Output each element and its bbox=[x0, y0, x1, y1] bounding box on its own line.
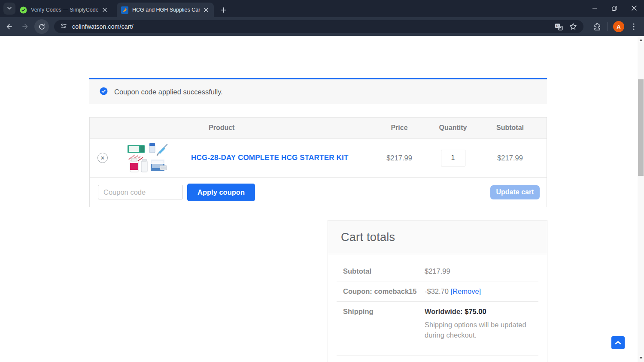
menu-dots-icon[interactable] bbox=[628, 21, 640, 33]
product-name-link[interactable]: HCG-28-DAY COMPLETE HCG STARTER KIT bbox=[180, 154, 349, 162]
cart-table: Product Price Quantity Subtotal ✕ bbox=[89, 117, 547, 207]
subtotal-value: $217.99 bbox=[425, 267, 538, 275]
coupon-discount-value: -$32.70 bbox=[425, 287, 449, 295]
page-scrollbar[interactable] bbox=[638, 36, 644, 362]
forward-button[interactable] bbox=[18, 19, 33, 34]
coupon-success-notice: Coupon code applied successfully. bbox=[89, 78, 547, 104]
restore-button[interactable] bbox=[605, 0, 624, 16]
browser-toolbar: colinfwatson.com/cart/ G A bbox=[0, 17, 644, 36]
close-window-button[interactable] bbox=[624, 0, 644, 16]
bookmark-star-icon[interactable] bbox=[569, 22, 577, 31]
scrollbar-thumb[interactable] bbox=[638, 79, 644, 176]
tab-search-button[interactable] bbox=[3, 3, 15, 15]
subtotal-row: Subtotal $217.99 bbox=[337, 261, 538, 281]
shipping-price: $75.00 bbox=[465, 308, 486, 315]
window-controls bbox=[585, 0, 644, 16]
coupon-label: Coupon: comeback15 bbox=[343, 287, 425, 296]
cart-totals-body: Subtotal $217.99 Coupon: comeback15 -$32… bbox=[328, 254, 547, 356]
chevron-down-icon bbox=[7, 5, 12, 12]
browser-window: Verify Codes — SimplyCodes HCG and HGH S… bbox=[0, 0, 644, 362]
cart-page: Coupon code applied successfully. Produc… bbox=[0, 36, 638, 362]
item-price: $217.99 bbox=[366, 154, 432, 162]
url-text[interactable]: colinfwatson.com/cart/ bbox=[72, 23, 548, 30]
hcg-site-favicon-icon bbox=[121, 6, 128, 14]
address-bar[interactable]: colinfwatson.com/cart/ G bbox=[54, 20, 583, 33]
product-thumbnail[interactable] bbox=[125, 141, 171, 173]
update-cart-button[interactable]: Update cart bbox=[490, 185, 540, 199]
column-header-product: Product bbox=[180, 124, 366, 132]
extensions-icon[interactable] bbox=[591, 21, 603, 33]
cart-totals-header: Cart totals bbox=[328, 220, 547, 254]
chevron-up-icon bbox=[615, 340, 621, 346]
tab-close-icon[interactable] bbox=[101, 6, 108, 14]
shipping-method: Worldwide: bbox=[425, 308, 463, 315]
cart-totals-title: Cart totals bbox=[341, 231, 395, 244]
shipping-note: Shipping options will be updated during … bbox=[425, 320, 528, 340]
coupon-code-input[interactable] bbox=[98, 185, 183, 199]
toolbar-divider bbox=[608, 22, 608, 31]
scrollbar-up-arrow[interactable] bbox=[638, 37, 644, 43]
tab-simplycodes[interactable]: Verify Codes — SimplyCodes bbox=[15, 3, 112, 17]
cart-totals-panel: Cart totals Subtotal $217.99 Coupon: com… bbox=[328, 220, 547, 362]
profile-avatar[interactable]: A bbox=[613, 21, 624, 32]
scroll-to-top-button[interactable] bbox=[611, 336, 625, 349]
toolbar-right: A bbox=[588, 21, 640, 33]
apply-coupon-button[interactable]: Apply coupon bbox=[187, 184, 255, 201]
scrollbar-down-arrow[interactable] bbox=[638, 355, 644, 361]
column-header-price: Price bbox=[366, 124, 432, 132]
tab-close-icon[interactable] bbox=[202, 6, 210, 14]
column-header-subtotal: Subtotal bbox=[474, 124, 547, 132]
cart-actions-row: Apply coupon Update cart bbox=[90, 178, 547, 207]
translate-icon[interactable]: G bbox=[554, 22, 563, 31]
item-subtotal: $217.99 bbox=[474, 154, 547, 162]
reload-button[interactable] bbox=[34, 19, 49, 34]
remove-item-icon[interactable]: ✕ bbox=[97, 153, 108, 163]
tab-strip: Verify Codes — SimplyCodes HCG and HGH S… bbox=[0, 0, 644, 17]
tab-title: HCG and HGH Supplies Cart | C bbox=[132, 7, 200, 13]
tab-title: Verify Codes — SimplyCodes bbox=[31, 7, 98, 13]
new-tab-button[interactable] bbox=[217, 4, 229, 16]
tab-hcg-cart[interactable]: HCG and HGH Supplies Cart | C bbox=[117, 3, 214, 17]
cart-table-header: Product Price Quantity Subtotal bbox=[90, 118, 547, 139]
notice-message: Coupon code applied successfully. bbox=[114, 88, 223, 96]
shipping-row: Shipping Worldwide: $75.00 Shipping opti… bbox=[337, 302, 538, 356]
back-button[interactable] bbox=[2, 19, 16, 34]
subtotal-label: Subtotal bbox=[343, 267, 425, 275]
shipping-label: Shipping bbox=[343, 308, 425, 316]
success-check-icon bbox=[100, 87, 108, 97]
coupon-row: Coupon: comeback15 -$32.70 [Remove] bbox=[337, 281, 538, 302]
simplycodes-favicon-icon bbox=[20, 6, 27, 14]
cart-item-row: ✕ bbox=[90, 139, 547, 178]
minimize-button[interactable] bbox=[585, 0, 605, 16]
column-header-quantity: Quantity bbox=[432, 124, 474, 132]
quantity-input[interactable] bbox=[441, 150, 465, 166]
site-info-icon[interactable] bbox=[60, 22, 67, 31]
remove-coupon-link[interactable]: [Remove] bbox=[451, 287, 481, 295]
